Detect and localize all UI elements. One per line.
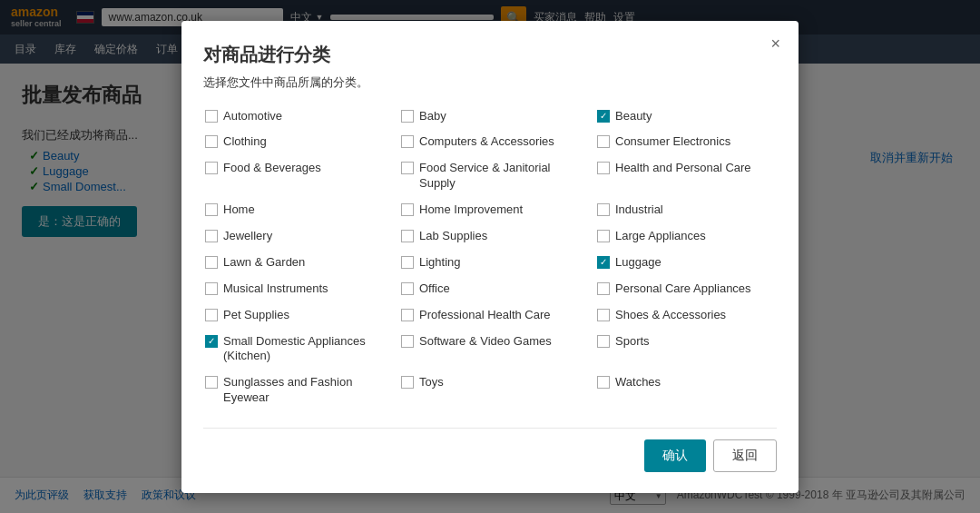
label-lab-supplies: Lab Supplies	[419, 229, 487, 244]
modal-title: 对商品进行分类	[203, 43, 777, 67]
categories-grid: AutomotiveBabyBeautyClothingComputers & …	[203, 105, 777, 410]
category-item-sunglasses[interactable]: Sunglasses and Fashion Eyewear	[203, 371, 385, 409]
category-item-small-domestic[interactable]: Small Domestic Appliances (Kitchen)	[203, 330, 385, 369]
modal-footer: 确认 返回	[203, 428, 777, 472]
checkbox-musical-instruments[interactable]	[205, 282, 218, 295]
checkbox-personal-care-appliances[interactable]	[597, 282, 610, 295]
label-professional-health-care: Professional Health Care	[419, 308, 551, 323]
checkbox-pet-supplies[interactable]	[205, 309, 218, 321]
category-item-large-appliances[interactable]: Large Appliances	[595, 225, 777, 248]
checkbox-food-beverages[interactable]	[205, 162, 218, 174]
category-item-jewellery[interactable]: Jewellery	[203, 225, 385, 248]
label-baby: Baby	[419, 109, 446, 124]
label-office: Office	[419, 281, 450, 297]
category-item-baby[interactable]: Baby	[399, 105, 581, 128]
category-item-clothing[interactable]: Clothing	[203, 131, 385, 153]
label-jewellery: Jewellery	[223, 229, 272, 244]
label-luggage: Luggage	[615, 255, 662, 271]
checkbox-industrial[interactable]	[597, 203, 610, 216]
category-item-toys[interactable]: Toys	[399, 371, 581, 409]
checkbox-toys[interactable]	[401, 376, 414, 389]
category-item-office[interactable]: Office	[399, 278, 581, 301]
label-lighting: Lighting	[419, 255, 461, 271]
checkbox-health-personal-care[interactable]	[597, 162, 610, 174]
category-item-food-beverages[interactable]: Food & Beverages	[203, 157, 385, 195]
label-home-improvement: Home Improvement	[419, 202, 523, 218]
label-computers: Computers & Accessories	[419, 134, 554, 150]
label-beauty: Beauty	[615, 109, 652, 124]
category-item-professional-health-care[interactable]: Professional Health Care	[399, 304, 581, 327]
checkbox-jewellery[interactable]	[205, 230, 218, 242]
checkbox-lighting[interactable]	[401, 256, 414, 269]
label-food-service: Food Service & Janitorial Supply	[419, 161, 579, 192]
category-item-shoes-accessories[interactable]: Shoes & Accessories	[595, 304, 777, 327]
checkbox-office[interactable]	[401, 282, 414, 295]
back-button[interactable]: 返回	[713, 439, 777, 472]
checkbox-automotive[interactable]	[205, 110, 218, 123]
checkbox-large-appliances[interactable]	[597, 230, 610, 242]
checkbox-clothing[interactable]	[205, 135, 218, 148]
category-item-lawn-garden[interactable]: Lawn & Garden	[203, 252, 385, 274]
checkbox-baby[interactable]	[401, 110, 414, 123]
checkbox-consumer-electronics[interactable]	[597, 135, 610, 148]
label-personal-care-appliances: Personal Care Appliances	[615, 281, 751, 297]
label-watches: Watches	[615, 375, 661, 390]
checkbox-watches[interactable]	[597, 376, 610, 389]
checkbox-sports[interactable]	[597, 335, 610, 348]
checkbox-home[interactable]	[205, 203, 218, 216]
label-software-video: Software & Video Games	[419, 334, 552, 350]
checkbox-lawn-garden[interactable]	[205, 256, 218, 269]
label-clothing: Clothing	[223, 134, 267, 150]
checkbox-beauty[interactable]	[597, 110, 610, 123]
checkbox-home-improvement[interactable]	[401, 203, 414, 216]
checkbox-sunglasses[interactable]	[205, 376, 218, 389]
modal-close-button[interactable]: ×	[770, 35, 780, 52]
label-food-beverages: Food & Beverages	[223, 161, 321, 176]
category-item-watches[interactable]: Watches	[595, 371, 777, 409]
category-item-consumer-electronics[interactable]: Consumer Electronics	[595, 131, 777, 153]
category-item-computers[interactable]: Computers & Accessories	[399, 131, 581, 153]
category-item-lab-supplies[interactable]: Lab Supplies	[399, 225, 581, 248]
checkbox-luggage[interactable]	[597, 256, 610, 269]
category-item-health-personal-care[interactable]: Health and Personal Care	[595, 157, 777, 195]
confirm-button[interactable]: 确认	[644, 439, 706, 472]
label-lawn-garden: Lawn & Garden	[223, 255, 305, 271]
category-item-industrial[interactable]: Industrial	[595, 199, 777, 222]
label-musical-instruments: Musical Instruments	[223, 281, 328, 297]
label-large-appliances: Large Appliances	[615, 229, 706, 244]
checkbox-professional-health-care[interactable]	[401, 309, 414, 321]
checkbox-lab-supplies[interactable]	[401, 230, 414, 242]
checkbox-small-domestic[interactable]	[205, 335, 218, 348]
label-toys: Toys	[419, 375, 444, 390]
label-consumer-electronics: Consumer Electronics	[615, 134, 730, 150]
category-item-personal-care-appliances[interactable]: Personal Care Appliances	[595, 278, 777, 301]
category-item-beauty[interactable]: Beauty	[595, 105, 777, 128]
category-item-lighting[interactable]: Lighting	[399, 252, 581, 274]
category-item-pet-supplies[interactable]: Pet Supplies	[203, 304, 385, 327]
label-automotive: Automotive	[223, 109, 282, 124]
label-home: Home	[223, 202, 255, 218]
checkbox-computers[interactable]	[401, 135, 414, 148]
category-item-musical-instruments[interactable]: Musical Instruments	[203, 278, 385, 301]
checkbox-food-service[interactable]	[401, 162, 414, 174]
modal-subtitle: 选择您文件中商品所属的分类。	[203, 74, 777, 91]
label-industrial: Industrial	[615, 202, 663, 218]
category-item-sports[interactable]: Sports	[595, 330, 777, 369]
category-item-software-video[interactable]: Software & Video Games	[399, 330, 581, 369]
category-item-home-improvement[interactable]: Home Improvement	[399, 199, 581, 222]
category-item-automotive[interactable]: Automotive	[203, 105, 385, 128]
category-modal: 对商品进行分类 × 选择您文件中商品所属的分类。 AutomotiveBabyB…	[181, 21, 799, 493]
category-item-food-service[interactable]: Food Service & Janitorial Supply	[399, 157, 581, 195]
label-pet-supplies: Pet Supplies	[223, 308, 289, 323]
category-item-home[interactable]: Home	[203, 199, 385, 222]
checkbox-shoes-accessories[interactable]	[597, 309, 610, 321]
label-sunglasses: Sunglasses and Fashion Eyewear	[223, 375, 383, 406]
label-sports: Sports	[615, 334, 650, 350]
label-health-personal-care: Health and Personal Care	[615, 161, 751, 176]
category-item-luggage[interactable]: Luggage	[595, 252, 777, 274]
modal-overlay: 对商品进行分类 × 选择您文件中商品所属的分类。 AutomotiveBabyB…	[0, 0, 980, 513]
label-shoes-accessories: Shoes & Accessories	[615, 308, 726, 323]
checkbox-software-video[interactable]	[401, 335, 414, 348]
label-small-domestic: Small Domestic Appliances (Kitchen)	[223, 334, 383, 365]
